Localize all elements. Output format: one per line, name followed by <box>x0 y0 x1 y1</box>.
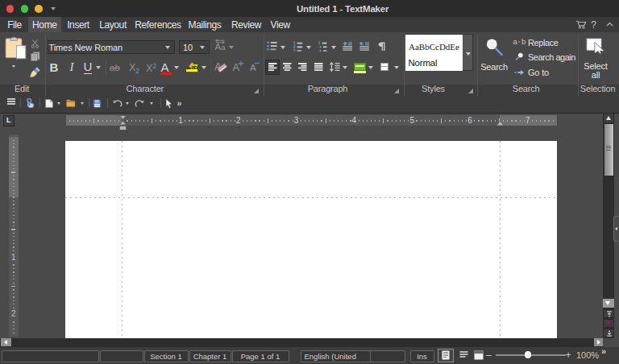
svg-text:1: 1 <box>318 41 321 45</box>
svg-text:3: 3 <box>293 48 296 52</box>
